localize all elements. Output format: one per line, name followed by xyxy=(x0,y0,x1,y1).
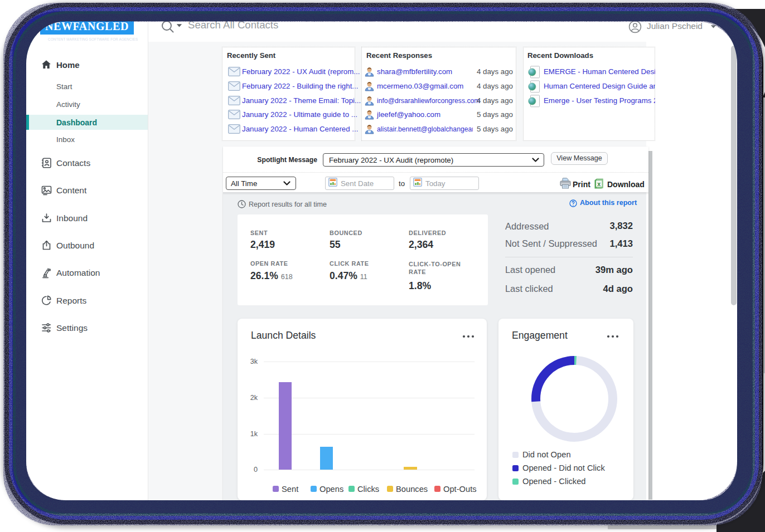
svg-text:x: x xyxy=(597,180,601,187)
